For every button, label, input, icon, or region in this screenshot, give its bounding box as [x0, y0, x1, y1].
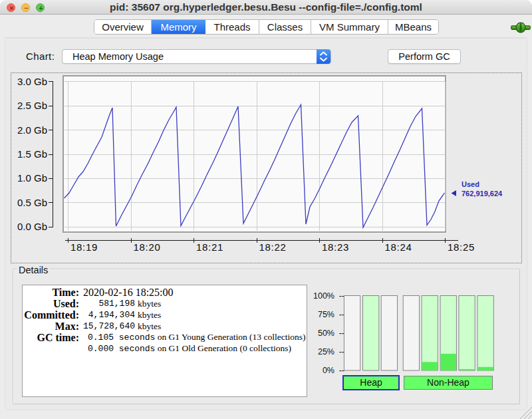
- svg-text:--: --: [339, 366, 344, 374]
- svg-text:75%: 75%: [318, 310, 334, 319]
- svg-text:50%: 50%: [318, 329, 334, 338]
- svg-text:25%: 25%: [318, 347, 334, 356]
- svg-text:18:23: 18:23: [322, 241, 349, 253]
- svg-text:18:22: 18:22: [259, 241, 287, 253]
- svg-text:18:19: 18:19: [70, 241, 98, 253]
- svg-text:--: --: [339, 291, 344, 301]
- svg-text:--: --: [339, 310, 344, 319]
- svg-text:18:24: 18:24: [385, 241, 412, 253]
- svg-text:--: --: [339, 329, 344, 338]
- svg-text:3.0 Gb: 3.0 Gb: [17, 76, 47, 87]
- svg-text:18:20: 18:20: [134, 241, 161, 253]
- svg-text:Used: Used: [462, 180, 479, 188]
- svg-text:762,919,624: 762,919,624: [462, 190, 503, 198]
- svg-text:0.5 Gb: 0.5 Gb: [17, 197, 47, 208]
- svg-text:2.0 Gb: 2.0 Gb: [17, 124, 47, 136]
- svg-text:18:25: 18:25: [448, 241, 475, 253]
- svg-text:1.0 Gb: 1.0 Gb: [17, 172, 47, 184]
- svg-text:18:21: 18:21: [196, 241, 223, 253]
- svg-text:1.5 Gb: 1.5 Gb: [17, 148, 47, 160]
- svg-text:--: --: [339, 347, 344, 356]
- svg-text:0%: 0%: [323, 366, 334, 374]
- svg-text:0.0 Gb: 0.0 Gb: [17, 221, 47, 232]
- svg-text:2.5 Gb: 2.5 Gb: [17, 100, 47, 111]
- svg-text:100%: 100%: [313, 291, 334, 301]
